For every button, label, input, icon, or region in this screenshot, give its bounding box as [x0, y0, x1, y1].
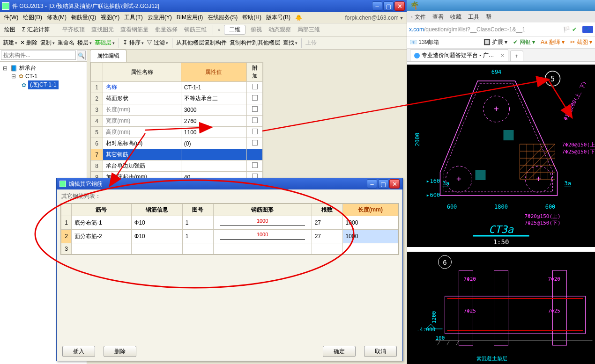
prop-row[interactable]: 1名称CT-1-1 [91, 82, 263, 93]
tb-topview[interactable]: 俯视 [249, 25, 263, 35]
cad-drawing-ct3a: + + + 694 2000 ▸160 ▸600 600 [407, 65, 595, 247]
tb-total[interactable]: Σ 汇总计算 [21, 25, 51, 35]
tb-local3d[interactable]: 局部三维 [296, 25, 321, 35]
address-bar[interactable]: x.com/question/giml/list?__ClassCode=-1&… [407, 22, 595, 36]
bookmark-ext[interactable]: 🔲 扩展 ▾ [483, 38, 508, 46]
bm-help[interactable]: 帮 [486, 13, 491, 21]
go-icon[interactable]: 🏳️ [563, 26, 570, 33]
tb-copyto[interactable]: 复制构件到其他楼层 [230, 39, 280, 47]
bm-file[interactable]: 文件 [411, 13, 426, 21]
rebar-row[interactable]: 1底分布筋-1Φ1011000271000 [61, 216, 398, 230]
tb-filter[interactable]: ▽ 过滤 [147, 39, 168, 47]
paw-icon[interactable]: 🐾 [582, 26, 593, 33]
dlg-close-button[interactable]: ✕ [389, 179, 400, 189]
prop-row[interactable]: 4宽度(mm)2760 [91, 116, 263, 127]
tb-upload: 上传 [305, 39, 317, 47]
prop-row[interactable]: 2截面形状不等边承台三 [91, 93, 263, 104]
tb-orbit[interactable]: 动态观察 [267, 25, 292, 35]
menu-online[interactable]: 在线服务(S) [206, 13, 239, 22]
search-icon[interactable]: 🔍 [77, 51, 86, 60]
dlg-max-button[interactable]: ▢ [378, 179, 388, 189]
dlg-delete-button[interactable]: 删除 [104, 346, 136, 357]
dlg-cancel-button[interactable]: 取消 [364, 346, 397, 357]
rebar-row[interactable]: 2面分布筋-2Φ1011000271000 [61, 230, 398, 243]
menu-help[interactable]: 帮助(H) [240, 13, 263, 22]
menu-edit[interactable]: 修改(M) [45, 13, 68, 22]
rebar-row[interactable]: 3 [61, 243, 398, 255]
tb-basefloor[interactable]: 基础层 [95, 39, 115, 47]
svg-text:+: + [536, 174, 541, 183]
menu-version[interactable]: 版本号(B) [264, 13, 292, 22]
prop-row[interactable]: 5高度(mm)1100 [91, 127, 263, 138]
tb-rebar-3d[interactable]: 钢筋三维 [183, 25, 208, 35]
rebar-table[interactable]: 筋号 钢筋信息 图号 钢筋图形 根数 长度(mm) 1底分布筋-1Φ101100… [60, 203, 399, 255]
tb-rename[interactable]: 重命名 [58, 39, 74, 47]
bookmark-shot[interactable]: ✂ 截图 ▾ [570, 38, 592, 46]
svg-text:1200: 1200 [431, 311, 437, 324]
tb-2d[interactable]: 二维 [224, 25, 245, 35]
bookmark-bank[interactable]: ✔ 网银 ▾ [513, 38, 535, 46]
menu-view[interactable]: 视图(Y) [99, 13, 121, 22]
menu-cloud[interactable]: 云应用(Y) [146, 13, 174, 22]
svg-text:CT3a: CT3a [489, 224, 514, 235]
bm-view[interactable]: 查看 [432, 13, 444, 21]
tb-draw[interactable]: 绘图 [3, 25, 17, 35]
dialog-icon [60, 181, 66, 187]
app-icon [2, 2, 9, 10]
tree-root[interactable]: ⊟📘桩承台 [2, 64, 85, 73]
tb-copyfrom[interactable]: 从其他楼层复制构件 [176, 39, 227, 47]
tb-more-icon[interactable]: » [218, 27, 221, 32]
tree-ct1[interactable]: ⊟✿CT-1 [2, 73, 85, 80]
svg-text:▸: ▸ [426, 178, 430, 184]
dlg-min-button[interactable]: – [367, 179, 377, 189]
tb-find[interactable]: 查找 [283, 39, 298, 47]
refresh-icon[interactable]: ✔ [572, 26, 577, 33]
tb-copy[interactable]: 复制 [40, 39, 55, 47]
close-button[interactable]: ✕ [394, 1, 405, 11]
svg-text:7Φ25@150(下): 7Φ25@150(下) [562, 149, 595, 155]
user-email[interactable]: forpk.chen@163.com ▾ [343, 14, 405, 22]
tb-view-rebar[interactable]: 查看钢筋量 [119, 25, 150, 35]
bm-fav[interactable]: 收藏 [450, 13, 461, 21]
svg-text:6: 6 [443, 259, 446, 266]
minimize-button[interactable]: – [372, 1, 382, 11]
menu-tools[interactable]: 工具(T) [122, 13, 144, 22]
tb-new[interactable]: 新建 [3, 39, 17, 47]
tb-flatboard[interactable]: 平齐板顶 [61, 25, 86, 35]
prop-row[interactable]: 6相对底标高(m)(0) [91, 138, 263, 149]
titlebar: 件 GGJ2013 - [D:\预结算及抽筋\广联达抽筋\测试-2.GGJ12]… [0, 0, 407, 12]
svg-rect-1 [408, 65, 595, 247]
svg-rect-0 [407, 0, 595, 11]
bookmark-139[interactable]: 📧 139邮箱 [410, 38, 439, 46]
new-tab-button[interactable]: + [510, 51, 523, 61]
tab-close-icon[interactable]: × [501, 52, 504, 59]
svg-text:7Φ20@150(上): 7Φ20@150(上) [525, 213, 561, 219]
menu-rebar[interactable]: 钢筋量(Q) [69, 13, 98, 22]
bm-tools[interactable]: 工具 [468, 13, 479, 21]
search-input[interactable] [1, 51, 76, 60]
menu-file[interactable]: 件(W) [2, 13, 20, 22]
prop-row[interactable]: 8承台单边加强筋 [91, 160, 263, 172]
tab-property-edit[interactable]: 属性编辑 [90, 50, 126, 62]
bookmark-trans[interactable]: Aa 翻译 ▾ [541, 38, 565, 46]
menu-bim[interactable]: BIM应用(I) [175, 13, 205, 22]
menu-draw[interactable]: 绘图(D) [21, 13, 44, 22]
svg-text:7Φ25: 7Φ25 [548, 308, 561, 314]
tb-batch-select[interactable]: 批量选择 [154, 25, 179, 35]
tb-delete[interactable]: ✕ 删除 [20, 39, 37, 47]
prop-row[interactable]: 7其它钢筋 [91, 149, 263, 160]
col-name: 属性名称 [103, 63, 181, 82]
browser-menu: 文件 查看 收藏 工具 帮 [407, 11, 595, 22]
prop-row[interactable]: 3长度(mm)3000 [91, 104, 263, 116]
svg-text:694: 694 [491, 69, 502, 75]
tb-sort[interactable]: ↧ 排序 [123, 39, 143, 47]
page-tab-active[interactable]: 专业造价问题答疑平台 - 广联达 × [410, 49, 508, 61]
dlg-ok-button[interactable]: 确定 [323, 346, 356, 357]
tb-find-element[interactable]: 查找图元 [90, 25, 115, 35]
dlg-insert-button[interactable]: 插入 [62, 346, 95, 357]
maximize-button[interactable]: ▢ [383, 1, 394, 11]
svg-text:3a: 3a [565, 180, 571, 187]
tree-ct1-bottom[interactable]: ✿(底)CT-1-1 [2, 80, 85, 90]
tb-floors[interactable]: 楼层 [77, 39, 92, 47]
col-value: 属性值 [181, 63, 246, 82]
